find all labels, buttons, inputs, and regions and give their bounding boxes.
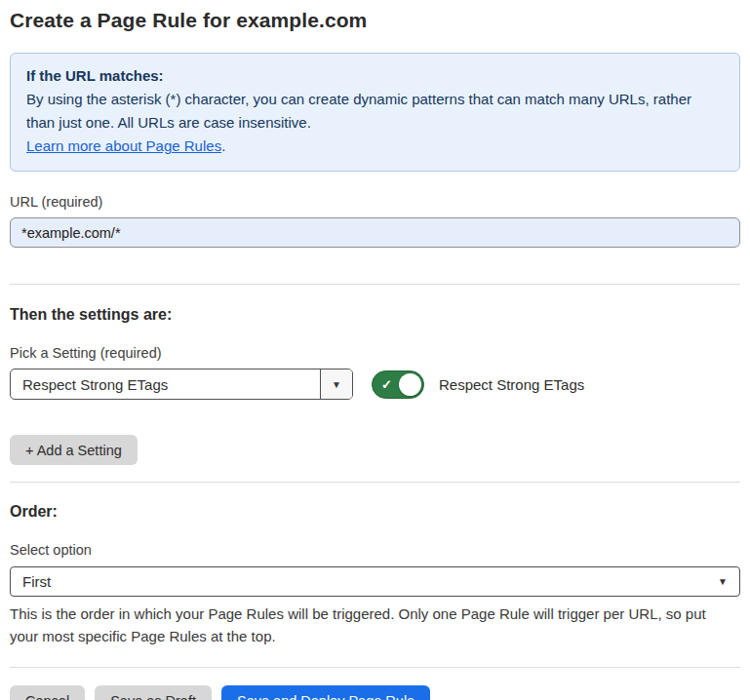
section-divider [10, 482, 740, 483]
toggle-label: Respect Strong ETags [439, 376, 584, 393]
url-match-info-box: If the URL matches: By using the asteris… [10, 53, 740, 172]
order-section-heading: Order: [10, 503, 740, 521]
section-divider [10, 284, 740, 285]
order-select-label: Select option [10, 542, 740, 558]
setting-picker-label: Pick a Setting (required) [10, 345, 740, 361]
page-title: Create a Page Rule for example.com [10, 9, 740, 32]
info-box-body: By using the asterisk (*) character, you… [26, 88, 724, 135]
setting-picker-value: Respect Strong ETags [11, 369, 320, 399]
save-deploy-button[interactable]: Save and Deploy Page Rule [221, 685, 430, 700]
cancel-button[interactable]: Cancel [10, 685, 85, 700]
info-box-heading: If the URL matches: [26, 64, 724, 88]
footer-actions: Cancel Save as Draft Save and Deploy Pag… [10, 685, 740, 700]
setting-picker-dropdown[interactable]: Respect Strong ETags ▼ [10, 369, 353, 400]
save-draft-button[interactable]: Save as Draft [95, 685, 212, 700]
info-box-link-line: Learn more about Page Rules. [26, 135, 724, 158]
order-help-text: This is the order in which your Page Rul… [10, 603, 736, 647]
etags-toggle[interactable]: ✓ [372, 370, 424, 399]
add-setting-button[interactable]: + Add a Setting [10, 435, 138, 465]
link-period: . [221, 137, 225, 154]
url-input[interactable] [10, 217, 740, 248]
learn-more-link[interactable]: Learn more about Page Rules [26, 137, 221, 154]
order-select[interactable]: First ▼ [10, 566, 740, 597]
setting-row: Respect Strong ETags ▼ ✓ Respect Strong … [10, 369, 740, 400]
setting-picker-arrow-button[interactable]: ▼ [320, 369, 352, 399]
page-rule-form: Create a Page Rule for example.com If th… [0, 0, 750, 700]
toggle-check-icon: ✓ [381, 377, 392, 392]
chevron-down-icon: ▼ [332, 379, 341, 390]
settings-section-heading: Then the settings are: [10, 306, 740, 324]
chevron-down-icon: ▼ [718, 576, 728, 587]
url-field-label: URL (required) [10, 194, 740, 210]
toggle-knob [399, 373, 421, 396]
footer-divider [10, 667, 740, 668]
order-select-value: First [22, 573, 51, 590]
